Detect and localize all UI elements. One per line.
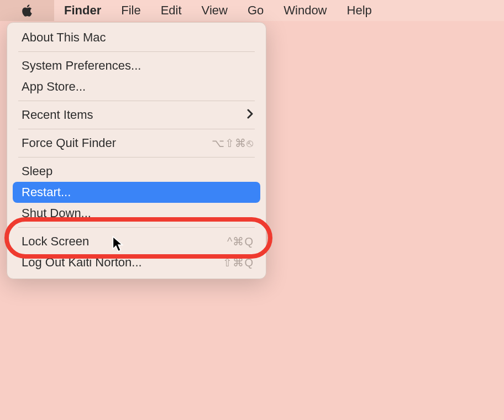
menu-item-sleep[interactable]: Sleep (7, 161, 266, 182)
menu-separator (18, 129, 255, 129)
menu-item-system-preferences[interactable]: System Preferences... (7, 55, 266, 76)
menu-item-shut-down[interactable]: Shut Down... (7, 203, 266, 224)
chevron-right-icon (247, 108, 254, 122)
menu-separator (18, 51, 255, 52)
menu-item-label: Recent Items (22, 108, 247, 122)
menu-item-log-out[interactable]: Log Out Kaiti Norton... ⇧⌘Q (7, 252, 266, 273)
keyboard-shortcut: ⇧⌘Q (223, 256, 254, 269)
menu-item-lock-screen[interactable]: Lock Screen ^⌘Q (7, 231, 266, 252)
apple-menu-button[interactable] (0, 0, 54, 21)
menubar-item-view[interactable]: View (192, 0, 238, 21)
menu-item-label: Force Quit Finder (22, 136, 212, 150)
menu-item-about-this-mac[interactable]: About This Mac (7, 27, 266, 48)
menu-separator (18, 227, 255, 228)
menu-item-label: Log Out Kaiti Norton... (22, 255, 223, 270)
menubar: Finder File Edit View Go Window Help (0, 0, 504, 21)
menu-item-label: Sleep (22, 164, 254, 179)
menu-item-label: Restart... (22, 185, 254, 200)
menubar-item-edit[interactable]: Edit (151, 0, 192, 21)
menu-item-app-store[interactable]: App Store... (7, 76, 266, 97)
menu-item-label: App Store... (22, 80, 254, 94)
menu-separator (18, 101, 255, 101)
menu-item-restart[interactable]: Restart... (13, 182, 260, 203)
apple-logo-icon (20, 3, 34, 18)
menu-item-label: System Preferences... (22, 59, 254, 73)
menubar-item-go[interactable]: Go (238, 0, 274, 21)
menubar-item-file[interactable]: File (111, 0, 150, 21)
menu-item-label: Shut Down... (22, 206, 254, 221)
menu-item-recent-items[interactable]: Recent Items (7, 104, 266, 125)
menubar-item-window[interactable]: Window (274, 0, 337, 21)
menu-separator (18, 157, 255, 158)
menu-item-force-quit[interactable]: Force Quit Finder ⌥⇧⌘⎋ (7, 133, 266, 154)
menu-item-label: About This Mac (22, 30, 254, 45)
keyboard-shortcut: ^⌘Q (227, 235, 254, 248)
keyboard-shortcut: ⌥⇧⌘⎋ (212, 136, 254, 150)
menu-item-label: Lock Screen (22, 234, 227, 249)
menubar-item-help[interactable]: Help (337, 0, 382, 21)
menubar-app-name[interactable]: Finder (54, 0, 111, 21)
apple-menu-dropdown: About This Mac System Preferences... App… (7, 22, 266, 279)
